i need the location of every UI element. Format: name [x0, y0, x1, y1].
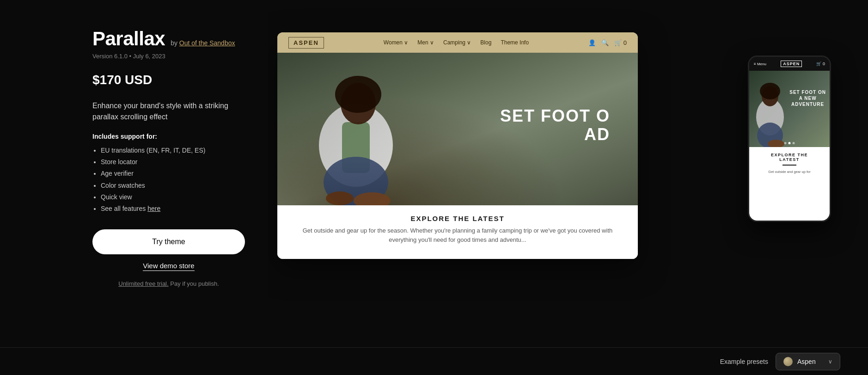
mobile-dot — [793, 142, 795, 144]
mobile-nav: ≡ Menu ASPEN 🛒 0 — [749, 57, 830, 71]
mobile-hero: SET FOOT ONA NEWADVENTURE — [749, 71, 830, 147]
features-link[interactable]: here — [147, 205, 160, 212]
mobile-dot — [784, 142, 787, 144]
explore-text: Get outside and gear up for the season. … — [296, 226, 619, 244]
list-item: Quick view — [101, 191, 245, 203]
bottom-bar: Example presets Aspen ∨ — [0, 347, 868, 375]
list-item: Age verifier — [101, 168, 245, 179]
explore-heading: EXPLORE THE LATEST — [296, 215, 619, 222]
chevron-down-icon: ∨ — [828, 358, 832, 365]
mobile-divider — [782, 165, 796, 166]
features-list: EU translations (EN, FR, IT, DE, ES) Sto… — [92, 145, 245, 215]
price: $170 USD — [92, 73, 245, 87]
preset-dropdown[interactable]: Aspen ∨ — [776, 353, 840, 370]
search-icon: 🔍 — [601, 39, 609, 46]
account-icon: 👤 — [588, 39, 596, 46]
nav-link-themeinfo: Theme Info — [501, 39, 529, 46]
mobile-menu: ≡ Menu — [754, 62, 766, 66]
person-silhouette — [287, 57, 434, 205]
desktop-preview: ASPEN Women ∨ Men ∨ Camping ∨ Blog Theme… — [277, 32, 638, 259]
includes-label: Includes support for: — [92, 133, 245, 140]
mobile-cart: 🛒 0 — [816, 61, 825, 66]
theme-bottom-section: EXPLORE THE LATEST Get outside and gear … — [277, 205, 638, 259]
theme-nav-links: Women ∨ Men ∨ Camping ∨ Blog Theme Info — [384, 39, 529, 46]
svg-point-6 — [326, 191, 354, 205]
author-credit: by Out of the Sandbox — [171, 39, 235, 47]
nav-link-camping: Camping ∨ — [443, 39, 471, 46]
list-item: Color swatches — [101, 180, 245, 191]
free-trial-link[interactable]: Unlimited free trial. — [118, 280, 168, 287]
theme-nav: ASPEN Women ∨ Men ∨ Camping ∨ Blog Theme… — [277, 32, 638, 53]
mobile-logo: ASPEN — [781, 61, 802, 67]
nav-link-men: Men ∨ — [417, 39, 434, 46]
list-item: EU translations (EN, FR, IT, DE, ES) — [101, 145, 245, 156]
theme-logo: ASPEN — [288, 37, 324, 49]
title-row: Parallax by Out of the Sandbox — [92, 28, 245, 50]
mobile-explore-text: Get outside and gear up for — [754, 169, 825, 174]
view-demo-link[interactable]: View demo store — [143, 262, 194, 271]
theme-title: Parallax — [92, 28, 165, 50]
hero-text-overlay: SET FOOT O AD — [500, 107, 610, 143]
list-item: Store locator — [101, 156, 245, 168]
preset-dot — [783, 357, 793, 366]
list-item: See all features here — [101, 203, 245, 215]
mobile-dot-active — [789, 142, 791, 144]
mobile-hero-text: SET FOOT ONA NEWADVENTURE — [789, 89, 826, 107]
theme-hero: SET FOOT O AD — [277, 53, 638, 205]
cart-icon: 🛒 0 — [614, 39, 627, 46]
description: Enhance your brand's style with a striki… — [92, 100, 245, 123]
svg-point-3 — [335, 76, 381, 113]
nav-link-women: Women ∨ — [384, 39, 408, 46]
mobile-preview: ≡ Menu ASPEN 🛒 0 SET FOOT ONA NEWADVENTU… — [748, 55, 831, 222]
mobile-bottom: EXPLORE THELATEST Get outside and gear u… — [749, 147, 830, 221]
preset-name: Aspen — [797, 358, 824, 365]
mobile-person-silhouette — [749, 71, 795, 147]
try-theme-button[interactable]: Try theme — [92, 229, 245, 254]
hero-heading: SET FOOT O AD — [500, 107, 610, 143]
version-info: Version 6.1.0 • July 6, 2023 — [92, 53, 245, 60]
example-presets-label: Example presets — [720, 358, 768, 365]
theme-nav-icons: 👤 🔍 🛒 0 — [588, 39, 627, 46]
mobile-dots — [784, 142, 795, 144]
mobile-explore-heading: EXPLORE THELATEST — [754, 153, 825, 162]
author-link[interactable]: Out of the Sandbox — [179, 39, 235, 47]
free-trial-text: Unlimited free trial. Pay if you publish… — [118, 280, 219, 287]
left-panel: Parallax by Out of the Sandbox Version 6… — [0, 0, 268, 375]
svg-point-9 — [760, 83, 780, 99]
nav-link-blog: Blog — [480, 39, 491, 46]
right-panel: ASPEN Women ∨ Men ∨ Camping ∨ Blog Theme… — [268, 0, 868, 375]
